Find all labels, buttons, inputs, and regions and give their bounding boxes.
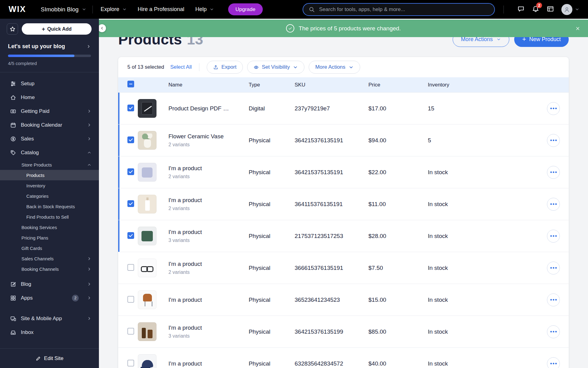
more-dots-icon — [553, 140, 554, 141]
more-dots-icon — [553, 203, 554, 205]
topbar-nav-hire-a-professional[interactable]: Hire a Professional — [138, 6, 184, 13]
sidebar-item-gift-cards[interactable]: Gift Cards — [0, 243, 99, 253]
sidebar-item-products[interactable]: Products — [0, 170, 99, 180]
select-all-checkbox[interactable] — [127, 81, 134, 87]
panel-button[interactable] — [547, 5, 554, 13]
product-sku: 217537123517253 — [295, 233, 368, 240]
row-actions-button[interactable] — [547, 198, 560, 211]
sidebar-item-blog[interactable]: Blog — [0, 277, 99, 291]
row-checkbox[interactable] — [127, 232, 134, 239]
topbar-nav-explore[interactable]: Explore — [101, 6, 127, 13]
notifications-button[interactable]: 2 — [532, 5, 539, 13]
row-actions-button[interactable] — [547, 293, 560, 306]
table-row[interactable]: I'm a product2 variantsPhysical366615376… — [118, 252, 569, 284]
account-menu[interactable] — [561, 4, 579, 15]
sidebar-item-store-products[interactable]: Store Products — [0, 159, 99, 170]
product-name: I'm a product — [168, 165, 249, 172]
site-menu[interactable]: SImobbin Blog — [41, 6, 86, 13]
column-header-inventory[interactable]: Inventory — [428, 82, 538, 88]
row-actions-button[interactable] — [547, 166, 560, 179]
sidebar-item-pricing-plans[interactable]: Pricing Plans — [0, 232, 99, 243]
chev-up-icon — [87, 163, 92, 167]
sidebar-item-inbox[interactable]: Inbox — [0, 325, 99, 339]
row-checkbox[interactable] — [127, 296, 134, 303]
topbar-nav-help[interactable]: Help — [195, 6, 214, 13]
table-row[interactable]: Product Design PDF …Digital237y79219e7$1… — [118, 92, 569, 124]
product-price: $7.50 — [368, 265, 428, 271]
banner-close-button[interactable] — [574, 24, 582, 33]
row-actions-button[interactable] — [547, 102, 560, 115]
product-name: Flower Ceramic Vase — [168, 133, 249, 140]
quick-add-button[interactable]: + Quick Add — [22, 23, 92, 35]
row-actions-button[interactable] — [547, 134, 560, 147]
sidebar-item-find-products-to-sell[interactable]: Find Products to Sell — [0, 212, 99, 222]
column-header-name[interactable]: Name — [168, 82, 249, 88]
column-header-type[interactable]: Type — [249, 82, 295, 88]
row-actions-button[interactable] — [547, 262, 560, 274]
row-checkbox[interactable] — [127, 136, 134, 143]
chev-left-icon — [100, 26, 104, 30]
upgrade-button[interactable]: Upgrade — [228, 3, 263, 15]
row-actions-button[interactable] — [547, 357, 560, 368]
column-header-sku[interactable]: SKU — [295, 82, 368, 88]
row-checkbox[interactable] — [127, 264, 134, 271]
table-row[interactable]: I'm a productPhysical36523641234523$15.0… — [118, 284, 569, 316]
chat-button[interactable] — [517, 5, 525, 13]
sidebar-item-site-mobile-app[interactable]: Site & Mobile App — [0, 312, 99, 325]
chev-right-icon — [87, 256, 92, 261]
row-checkbox[interactable] — [127, 360, 134, 366]
product-thumbnail-bottles — [138, 322, 156, 341]
sidebar-item-home[interactable]: Home — [0, 90, 99, 104]
sidebar-menu: SetupHomeGetting PaidBooking CalendarSal… — [0, 72, 99, 348]
edit-site-button[interactable]: Edit Site — [34, 355, 65, 362]
sidebar-item-setup[interactable]: Setup — [0, 77, 99, 90]
wix-logo[interactable]: WIX — [9, 5, 26, 14]
product-price: $94.00 — [368, 137, 428, 144]
product-variants: 2 variants — [168, 174, 249, 179]
row-checkbox[interactable] — [127, 200, 134, 207]
table-row[interactable]: I'm a product2 variantsPhysical364215375… — [118, 156, 569, 188]
sidebar-item-booking-services[interactable]: Booking Services — [0, 222, 99, 232]
sidebar-item-getting-paid[interactable]: Getting Paid — [0, 104, 99, 118]
sidebar-item-catalog[interactable]: Catalog — [0, 146, 99, 159]
row-actions-button[interactable] — [547, 325, 560, 338]
table-row[interactable]: I'm a product3 variantsPhysical217537123… — [118, 220, 569, 252]
table-row[interactable]: Flower Ceramic Vase2 variantsPhysical364… — [118, 124, 569, 156]
table-row[interactable]: I'm a product3 variantsPhysical364215376… — [118, 316, 569, 347]
sidebar-item-apps[interactable]: Apps2 — [0, 291, 99, 305]
sidebar-item-sales[interactable]: Sales — [0, 132, 99, 146]
sidebar-item-booking-calendar[interactable]: Booking Calendar — [0, 118, 99, 132]
setup-checklist-card[interactable]: Let's set up your blog 4/5 completed — [0, 35, 99, 66]
product-thumbnail-tee — [138, 163, 156, 182]
panel-icon — [547, 5, 554, 13]
sidebar-item-label: Pricing Plans — [21, 235, 92, 240]
product-name: Product Design PDF … — [168, 105, 249, 112]
select-all-link[interactable]: Select All — [170, 64, 192, 70]
product-sku: 632835642834572 — [295, 360, 368, 367]
table-header: Name Type SKU Price Inventory — [118, 77, 569, 92]
table-row[interactable]: I'm a productPhysical632835642834572$40.… — [118, 347, 569, 368]
product-thumbnail-cap — [138, 354, 156, 368]
export-button[interactable]: Export — [207, 61, 243, 74]
table-row[interactable]: I'm a product2 variantsPhysical364115376… — [118, 188, 569, 220]
row-checkbox[interactable] — [127, 105, 134, 111]
product-type: Physical — [249, 169, 295, 176]
search-input[interactable] — [318, 6, 489, 13]
row-checkbox[interactable] — [127, 168, 134, 175]
chev-right-icon — [87, 316, 92, 321]
sidebar-item-label: Find Products to Sell — [26, 214, 92, 220]
sidebar-item-categories[interactable]: Categories — [0, 191, 99, 201]
favorites-button[interactable] — [7, 23, 18, 35]
search-bar[interactable] — [303, 3, 495, 16]
sidebar-item-sales-channels[interactable]: Sales Channels — [0, 253, 99, 264]
row-actions-button[interactable] — [547, 230, 560, 243]
column-header-price[interactable]: Price — [368, 82, 428, 88]
toolbar-more-actions-button[interactable]: More Actions — [309, 61, 360, 74]
chev-right-icon — [87, 296, 92, 300]
sidebar-item-back-in-stock-requests[interactable]: Back in Stock Requests — [0, 201, 99, 212]
set-visibility-button[interactable]: Set Visibility — [247, 61, 304, 74]
row-checkbox[interactable] — [127, 328, 134, 335]
sidebar-item-booking-channels[interactable]: Booking Channels — [0, 264, 99, 274]
sidebar-item-inventory[interactable]: Inventory — [0, 180, 99, 191]
getting-paid-icon — [10, 108, 16, 114]
